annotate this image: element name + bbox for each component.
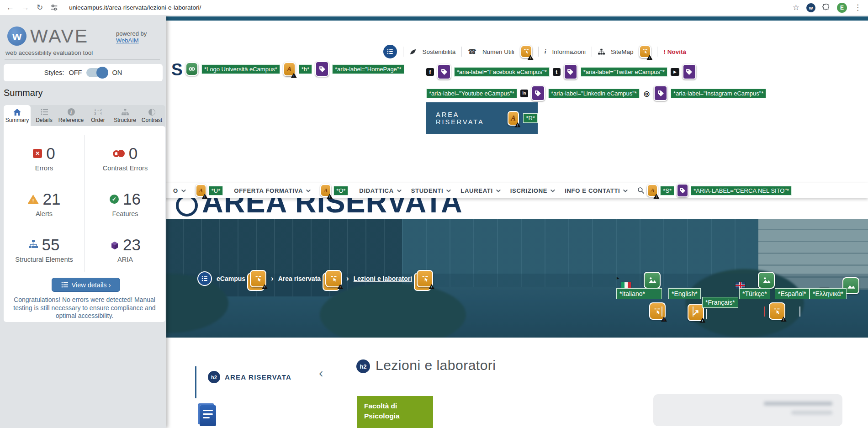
wave-extension-icon[interactable]: w: [806, 3, 815, 12]
area-riservata-button[interactable]: AREA RISERVATA A ! *R*: [426, 102, 538, 134]
linkedin-icon[interactable]: in: [520, 90, 528, 97]
back-icon[interactable]: ←: [6, 4, 14, 11]
wave-label-english[interactable]: *English*: [668, 288, 701, 299]
wave-label-search-aria[interactable]: *ARIA-LABEL="CERCA NEL SITO"*: [691, 186, 792, 196]
wave-alert-icon[interactable]: !: [520, 45, 532, 58]
extensions-puzzle-icon[interactable]: [822, 4, 830, 11]
wave-redundant-link-alert-icon[interactable]: !: [325, 270, 342, 287]
wave-label-turkce[interactable]: *Türkçe*: [739, 288, 770, 299]
wave-external-link-alert-icon[interactable]: ↗!: [688, 304, 704, 321]
wave-heading-badge[interactable]: h2: [208, 371, 220, 383]
faculty-box[interactable]: Facoltà di Psicologia: [357, 396, 433, 428]
accessibility-menu-icon[interactable]: [383, 45, 397, 58]
wave-label-italiano[interactable]: *Italiano*: [616, 288, 662, 299]
wave-redundant-link-alert-icon[interactable]: !: [769, 302, 785, 320]
stat-aria[interactable]: 23 ARIA: [85, 227, 165, 272]
breadcrumb-item-ecampus[interactable]: eCampus: [217, 275, 245, 282]
site-info-icon[interactable]: [50, 4, 58, 11]
youtube-icon[interactable]: ▶: [671, 68, 679, 76]
wave-accesskey-alert-icon[interactable]: A!: [196, 184, 206, 197]
wave-redundant-link-alert-icon[interactable]: !: [649, 302, 666, 320]
wave-label-twitter[interactable]: *aria-label="Twitter eCampus"*: [581, 67, 667, 77]
wave-aria-tag-icon[interactable]: [564, 64, 577, 79]
wave-label-accesskey-o[interactable]: *O*: [333, 186, 348, 196]
stat-contrast-errors[interactable]: 0 Contrast Errors: [85, 135, 165, 181]
address-bar[interactable]: uniecampus.it/area-riservata/lezioni-e-l…: [69, 4, 201, 11]
collapse-arrow-icon[interactable]: ▸: [617, 275, 619, 281]
profile-avatar[interactable]: E: [837, 3, 847, 13]
toggle-knob[interactable]: [96, 67, 108, 79]
view-details-button[interactable]: View details ›: [52, 278, 120, 292]
forward-icon[interactable]: →: [21, 4, 29, 11]
wave-aria-tag-icon[interactable]: [531, 85, 545, 101]
utility-link-novita[interactable]: ! Novità: [663, 48, 686, 55]
wave-label-espanol[interactable]: *Español*: [775, 288, 810, 299]
twitter-icon[interactable]: t: [553, 68, 561, 76]
wave-aria-tag-icon[interactable]: [683, 64, 696, 79]
search-icon[interactable]: [637, 187, 645, 194]
wave-accesskey-alert-icon[interactable]: A!: [320, 184, 331, 197]
wave-label-heading[interactable]: *h*: [299, 64, 312, 74]
wave-linked-image-icon[interactable]: [185, 62, 198, 76]
wave-redundant-link-alert-icon[interactable]: !: [417, 270, 433, 287]
tab-summary[interactable]: Summary: [4, 105, 31, 126]
site-logo-fragment[interactable]: S: [171, 60, 183, 79]
breadcrumb-item-current[interactable]: Lezioni e laboratori: [354, 275, 412, 282]
stat-alerts[interactable]: !21 Alerts: [4, 181, 85, 227]
styles-toggle[interactable]: [86, 68, 107, 77]
stat-errors[interactable]: ✕0 Errors: [4, 135, 85, 181]
wave-label-instagram[interactable]: *aria-label="Instagram eCampus"*: [671, 89, 766, 98]
nav-item-studenti[interactable]: STUDENTI: [411, 187, 450, 194]
stat-structural-elements[interactable]: 55 Structural Elements: [4, 227, 85, 272]
webaim-link[interactable]: WebAIM: [116, 37, 139, 44]
wave-label-ellinika[interactable]: *Ελληνικά*: [810, 288, 847, 299]
wave-aria-tag-icon[interactable]: [654, 85, 667, 101]
kebab-menu-icon[interactable]: ⋮: [854, 4, 862, 11]
utility-link-numeri-utili[interactable]: Numeri Utili: [482, 48, 514, 55]
wave-aria-tag-icon[interactable]: [437, 64, 451, 79]
tab-contrast[interactable]: Contrast: [138, 105, 165, 126]
wave-alt-text-alert-icon[interactable]: A !: [283, 62, 296, 76]
wave-alert-icon[interactable]: !: [639, 45, 651, 58]
wave-label-linkedin[interactable]: *aria-label="Linkedin eCampus"*: [548, 89, 640, 98]
wave-redundant-link-alert-icon[interactable]: !: [250, 270, 266, 287]
tab-order[interactable]: 1→23→4 Order: [85, 105, 111, 126]
wave-image-icon[interactable]: [644, 272, 661, 289]
nav-item-truncated[interactable]: O: [173, 187, 185, 194]
wave-heading-badge[interactable]: h2: [356, 359, 370, 373]
flag-uk-icon[interactable]: [736, 282, 745, 289]
flag-italy-icon[interactable]: [621, 282, 631, 289]
facebook-icon[interactable]: f: [426, 68, 434, 76]
bookmark-star-icon[interactable]: ☆: [793, 4, 799, 11]
wave-label-homepage[interactable]: *aria-label="HomePage"*: [332, 64, 404, 74]
nav-item-iscrizione[interactable]: ISCRIZIONE: [510, 187, 554, 194]
collapse-chevron-icon[interactable]: ‹: [319, 366, 323, 380]
nav-item-didattica[interactable]: DIDATTICA: [359, 187, 400, 194]
wave-accesskey-alert-icon[interactable]: A !: [508, 111, 519, 126]
utility-link-sitemap[interactable]: SiteMap: [611, 48, 634, 55]
wave-label-logo[interactable]: *Logo Università eCampus*: [201, 64, 280, 74]
wave-label-accesskey-u[interactable]: *U*: [209, 186, 223, 196]
document-icon[interactable]: [200, 405, 216, 426]
wave-label-francais[interactable]: *Français*: [702, 297, 738, 308]
utility-link-informazioni[interactable]: Informazioni: [552, 48, 586, 55]
wave-accesskey-alert-icon[interactable]: A!: [647, 184, 658, 197]
stat-features[interactable]: ✓16 Features: [85, 181, 165, 227]
tab-structure[interactable]: Structure: [111, 105, 138, 126]
reload-icon[interactable]: ↻: [37, 4, 43, 11]
wave-aria-tag-icon[interactable]: [677, 184, 688, 197]
wave-image-icon[interactable]: [758, 272, 775, 289]
wave-label-accesskey-s[interactable]: *S*: [660, 186, 674, 196]
wave-aria-tag-icon[interactable]: [315, 61, 329, 77]
wave-label-facebook[interactable]: *aria-label="Facebook eCampus"*: [454, 67, 550, 77]
nav-item-info-e-contatti[interactable]: INFO E CONTATTI: [565, 187, 626, 194]
tab-reference[interactable]: i Reference: [58, 105, 85, 126]
nav-item-offerta-formativa[interactable]: OFFERTA FORMATIVA: [234, 187, 309, 194]
tab-details[interactable]: Details: [31, 105, 58, 126]
wave-label-accesskey-r[interactable]: *R*: [523, 113, 538, 123]
utility-link-sostenibilita[interactable]: Sostenibilità: [422, 48, 455, 55]
breadcrumb-item-area-riservata[interactable]: Area riservata: [278, 275, 321, 282]
sidebar-card-title[interactable]: AREA RISERVATA: [225, 373, 291, 381]
nav-item-laureati[interactable]: LAUREATI: [460, 187, 499, 194]
wave-label-youtube[interactable]: *aria-label="Youtube eCampus"*: [426, 89, 517, 98]
